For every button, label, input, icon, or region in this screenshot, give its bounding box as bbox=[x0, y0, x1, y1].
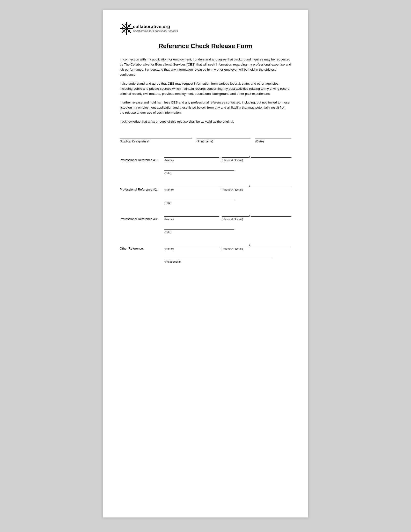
paragraph-3: I further release and hold harmless CES … bbox=[120, 100, 291, 115]
ref-phone-inner-1: / bbox=[222, 153, 291, 159]
ref-name-label-2: (Name) bbox=[164, 188, 219, 191]
ref-title-row-2: (Title) bbox=[164, 195, 291, 204]
slash-other: / bbox=[249, 243, 250, 247]
ref-phone-block-1: / (Phone # / Email) bbox=[222, 153, 291, 162]
paragraph-2: I also understand and agree that CES may… bbox=[120, 81, 291, 96]
ref-top-row-3: (Name) / (Phone # / Email) bbox=[164, 212, 291, 220]
ref-fields-other: (Name) / (Phone # / Email) (Relationship… bbox=[164, 241, 291, 263]
ref-top-row-2: (Name) / (Phone # / Email) bbox=[164, 182, 291, 191]
applicant-signature-label: (Applicant's signature) bbox=[120, 140, 149, 143]
date-line bbox=[255, 134, 291, 139]
ref-phone-block-other: / (Phone # / Email) bbox=[222, 241, 291, 250]
ref-name-label-3: (Name) bbox=[164, 218, 219, 220]
ref-fields-1: (Name) / (Phone # / Email) (Title) bbox=[164, 153, 291, 175]
ref-phone-inner-other: / bbox=[222, 241, 291, 247]
ref-label-1: Professional Reference #1: bbox=[120, 153, 164, 162]
svg-point-14 bbox=[126, 28, 127, 29]
ref-title-label-1: (Title) bbox=[164, 172, 291, 175]
paragraph-1: In connection with my application for em… bbox=[120, 57, 291, 77]
ref-name-block-3: (Name) bbox=[164, 212, 219, 220]
ref-email-right-line-3 bbox=[251, 212, 291, 217]
ref-top-row-other: (Name) / (Phone # / Email) bbox=[164, 241, 291, 250]
ref-name-line-1 bbox=[164, 153, 219, 158]
ref-title-line-2 bbox=[164, 195, 234, 200]
ref-title-row-3: (Title) bbox=[164, 225, 291, 234]
svg-rect-10 bbox=[122, 27, 123, 29]
ref-name-line-3 bbox=[164, 212, 219, 217]
ref-label-other: Other Reference: bbox=[120, 241, 164, 250]
ref-relationship-line bbox=[164, 254, 272, 259]
ref-email-right-line-1 bbox=[251, 153, 291, 158]
ref-phone-inner-3: / bbox=[222, 212, 291, 218]
ref-phone-label-2: (Phone # / Email) bbox=[222, 188, 291, 191]
date-field: (Date) bbox=[255, 134, 291, 143]
form-page: collaborative.org Collaborative for Educ… bbox=[103, 10, 308, 517]
signature-section: (Applicant's signature) (Print name) (Da… bbox=[120, 134, 291, 143]
ref-top-row-1: (Name) / (Phone # / Email) bbox=[164, 153, 291, 162]
reference-row-1: Professional Reference #1: (Name) / (Pho… bbox=[120, 153, 291, 175]
applicant-signature-field: (Applicant's signature) bbox=[120, 134, 192, 143]
ref-name-label-1: (Name) bbox=[164, 159, 219, 162]
ref-name-block-2: (Name) bbox=[164, 182, 219, 191]
ref-fields-3: (Name) / (Phone # / Email) (Title) bbox=[164, 212, 291, 234]
print-name-line bbox=[196, 134, 251, 139]
ref-name-block-1: (Name) bbox=[164, 153, 219, 162]
applicant-signature-line bbox=[120, 134, 192, 139]
ref-title-line-1 bbox=[164, 166, 234, 171]
print-name-field: (Print name) bbox=[196, 134, 251, 143]
ref-relationship-label: (Relationship) bbox=[164, 260, 291, 263]
ref-phone-block-3: / (Phone # / Email) bbox=[222, 212, 291, 220]
reference-row-other: Other Reference: (Name) / (Phone # / Ema… bbox=[120, 241, 291, 263]
reference-row-3: Professional Reference #3: (Name) / (Pho… bbox=[120, 212, 291, 234]
ref-phone-left-line-2 bbox=[222, 182, 249, 187]
ref-phone-left-line-other bbox=[222, 241, 249, 246]
date-label: (Date) bbox=[255, 140, 264, 143]
logo-icon bbox=[120, 22, 133, 35]
ref-phone-block-2: / (Phone # / Email) bbox=[222, 182, 291, 191]
ref-name-label-other: (Name) bbox=[164, 247, 219, 250]
reference-row-2: Professional Reference #2: (Name) / (Pho… bbox=[120, 182, 291, 204]
ref-label-2: Professional Reference #2: bbox=[120, 182, 164, 191]
ref-email-right-line-2 bbox=[251, 182, 291, 187]
slash-3: / bbox=[249, 214, 250, 218]
svg-rect-9 bbox=[130, 27, 130, 29]
ref-name-line-other bbox=[164, 241, 219, 246]
ref-name-line-2 bbox=[164, 182, 219, 187]
logo-area: collaborative.org Collaborative for Educ… bbox=[120, 22, 291, 35]
logo-main-text: collaborative.org bbox=[133, 24, 178, 29]
reference-section: Professional Reference #1: (Name) / (Pho… bbox=[120, 153, 291, 263]
ref-fields-2: (Name) / (Phone # / Email) (Title) bbox=[164, 182, 291, 204]
ref-phone-left-line-3 bbox=[222, 212, 249, 217]
ref-relationship-row: (Relationship) bbox=[164, 254, 291, 263]
slash-2: / bbox=[249, 184, 250, 188]
logo-text-block: collaborative.org Collaborative for Educ… bbox=[133, 24, 178, 33]
slash-1: / bbox=[249, 155, 250, 159]
ref-phone-left-line-1 bbox=[222, 153, 249, 158]
ref-label-3: Professional Reference #3: bbox=[120, 212, 164, 221]
ref-phone-label-1: (Phone # / Email) bbox=[222, 159, 291, 162]
ref-email-right-line-other bbox=[251, 241, 291, 246]
svg-rect-5 bbox=[125, 24, 127, 25]
ref-phone-label-other: (Phone # / Email) bbox=[222, 247, 291, 250]
svg-rect-6 bbox=[125, 32, 127, 32]
print-name-label: (Print name) bbox=[196, 140, 213, 143]
ref-title-row-1: (Title) bbox=[164, 166, 291, 175]
logo-sub-text: Collaborative for Educational Services bbox=[133, 29, 178, 33]
form-title: Reference Check Release Form bbox=[120, 42, 291, 50]
ref-name-block-other: (Name) bbox=[164, 241, 219, 250]
ref-phone-inner-2: / bbox=[222, 182, 291, 188]
ref-phone-label-3: (Phone # / Email) bbox=[222, 218, 291, 220]
paragraph-4: I acknowledge that a fax or copy of this… bbox=[120, 119, 291, 124]
ref-title-label-2: (Title) bbox=[164, 201, 291, 204]
ref-title-label-3: (Title) bbox=[164, 231, 291, 234]
ref-title-line-3 bbox=[164, 225, 234, 230]
